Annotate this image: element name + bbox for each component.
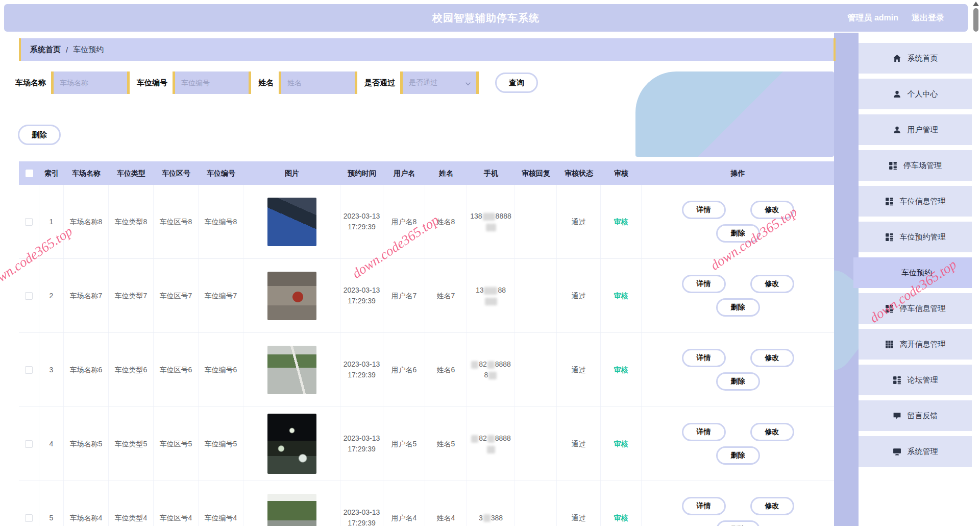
detail-button[interactable]: 详情 — [682, 349, 726, 367]
sidebar-item-9[interactable]: 论坛管理 — [859, 365, 972, 395]
censored-digits — [487, 446, 495, 453]
edit-button[interactable]: 修改 — [750, 349, 794, 367]
grid-icon — [885, 197, 894, 206]
cell-audit-status: 通过 — [557, 185, 601, 258]
sidebar-item-10[interactable]: 留言反馈 — [859, 400, 972, 431]
sidebar-item-3[interactable]: 停车场管理 — [859, 150, 972, 181]
detail-button[interactable]: 详情 — [682, 275, 726, 293]
input-person-name — [279, 71, 357, 94]
sidebar-item-6[interactable]: 车位预约 — [853, 257, 980, 288]
delete-button[interactable]: 删除 — [716, 446, 760, 465]
sidebar-item-label: 车位预约管理 — [900, 232, 946, 242]
bulk-delete-button[interactable]: 删除 — [18, 125, 61, 145]
filter-label-person-name: 姓名 — [258, 78, 274, 88]
cell-spot-zone: 车位区号4 — [154, 481, 199, 526]
page-scrollbar[interactable] — [972, 0, 980, 526]
sidebar-item-5[interactable]: 车位预约管理 — [859, 222, 972, 252]
detail-button[interactable]: 详情 — [682, 497, 726, 515]
cell-photo — [243, 481, 340, 526]
edit-button[interactable]: 修改 — [750, 497, 794, 515]
cell-name: 姓名8 — [425, 185, 467, 258]
person-name-input[interactable] — [281, 71, 355, 94]
delete-button[interactable]: 删除 — [716, 298, 760, 317]
lot-name-input[interactable] — [54, 71, 127, 94]
row-checkbox[interactable] — [25, 218, 33, 226]
cell-actions: 详情修改删除 — [642, 185, 834, 258]
spot-number-input[interactable] — [175, 71, 249, 94]
cell-spot-zone: 车位区号7 — [154, 259, 199, 332]
sidebar-item-label: 用户管理 — [908, 125, 938, 135]
cell-audit-reply — [515, 259, 557, 332]
cell-spot-zone: 车位区号8 — [154, 185, 199, 258]
cell-lot-name: 车场名称4 — [64, 481, 109, 526]
edit-button[interactable]: 修改 — [750, 423, 794, 441]
cell-spot-type: 车位类型5 — [109, 407, 154, 481]
scrollbar-thumb[interactable] — [973, 8, 978, 32]
header-user-area: 管理员 admin 退出登录 — [847, 13, 944, 23]
cell-spot-type: 车位类型7 — [109, 259, 154, 332]
edit-button[interactable]: 修改 — [750, 201, 794, 219]
delete-button[interactable]: 删除 — [716, 372, 760, 391]
cell-audit: 审核 — [601, 259, 642, 332]
parking-photo[interactable] — [267, 494, 316, 526]
cell-photo — [243, 259, 340, 332]
delete-button[interactable]: 删除 — [716, 520, 760, 526]
audit-link[interactable]: 审核 — [614, 365, 628, 375]
sidebar-menu: 系统首页个人中心用户管理停车场管理车位信息管理车位预约管理车位预约停车信息管理离… — [859, 33, 972, 526]
row-checkbox[interactable] — [25, 440, 33, 448]
cell-index: 2 — [39, 259, 64, 332]
parking-photo[interactable] — [267, 198, 316, 246]
home-icon — [893, 54, 901, 63]
cell-index: 5 — [39, 481, 64, 526]
person-icon — [893, 126, 901, 134]
breadcrumb-current: 车位预约 — [73, 45, 104, 55]
cell-index: 1 — [39, 185, 64, 258]
grid-icon — [885, 304, 894, 313]
audit-link[interactable]: 审核 — [614, 217, 628, 227]
parking-photo[interactable] — [267, 272, 316, 320]
pass-status-select-placeholder[interactable]: 是否通过 — [403, 78, 465, 87]
parking-photo[interactable] — [267, 414, 316, 474]
sidebar-item-4[interactable]: 车位信息管理 — [859, 186, 972, 217]
admin-user-label: 管理员 admin — [847, 13, 898, 23]
sidebar-item-7[interactable]: 停车信息管理 — [859, 293, 972, 324]
scrollbar-up-arrow[interactable] — [973, 2, 979, 6]
column-header-4: 车位编号 — [199, 168, 243, 179]
cell-reserve-time: 2023-03-13 17:29:39 — [340, 259, 383, 332]
cell-photo — [243, 407, 340, 481]
table-row: 3车场名称6车位类型6车位区号6车位编号62023-03-13 17:29:39… — [19, 333, 834, 407]
cell-reserve-time: 2023-03-13 17:29:39 — [340, 333, 383, 407]
cell-spot-number: 车位编号5 — [199, 407, 243, 481]
select-pass-status: 是否通过 — [400, 71, 479, 94]
delete-button[interactable]: 删除 — [716, 224, 760, 243]
row-checkbox[interactable] — [25, 292, 33, 300]
sidebar-item-label: 车位预约 — [901, 268, 932, 278]
sidebar-item-11[interactable]: 系统管理 — [859, 436, 972, 467]
sidebar-item-1[interactable]: 个人中心 — [859, 79, 972, 109]
row-checkbox[interactable] — [25, 366, 33, 374]
audit-link[interactable]: 审核 — [614, 439, 628, 449]
logout-link[interactable]: 退出登录 — [912, 13, 944, 23]
row-checkbox[interactable] — [25, 514, 33, 522]
content-card: 系统首页 / 车位预约 车场名称车位编号姓名是否通过是否通过查询 删除 索引车场… — [15, 33, 834, 526]
sidebar-item-label: 系统首页 — [908, 54, 938, 63]
select-all-checkbox[interactable] — [26, 170, 33, 177]
cell-audit: 审核 — [601, 481, 642, 526]
cell-username: 用户名6 — [383, 333, 425, 407]
search-button[interactable]: 查询 — [495, 73, 538, 93]
edit-button[interactable]: 修改 — [750, 275, 794, 293]
chat-icon — [893, 412, 901, 420]
detail-button[interactable]: 详情 — [682, 201, 726, 219]
sidebar-item-8[interactable]: 离开信息管理 — [859, 329, 972, 360]
audit-link[interactable]: 审核 — [614, 513, 628, 523]
sidebar-item-2[interactable]: 用户管理 — [859, 114, 972, 145]
cell-reserve-time: 2023-03-13 17:29:39 — [340, 481, 383, 526]
detail-button[interactable]: 详情 — [682, 423, 726, 441]
parking-photo[interactable] — [267, 346, 316, 394]
censored-digits — [484, 287, 497, 295]
audit-link[interactable]: 审核 — [614, 291, 628, 301]
cell-actions: 详情修改删除 — [642, 481, 834, 526]
sidebar-item-0[interactable]: 系统首页 — [859, 43, 972, 74]
breadcrumb-home[interactable]: 系统首页 — [30, 45, 61, 55]
column-header-1: 车场名称 — [64, 168, 109, 179]
